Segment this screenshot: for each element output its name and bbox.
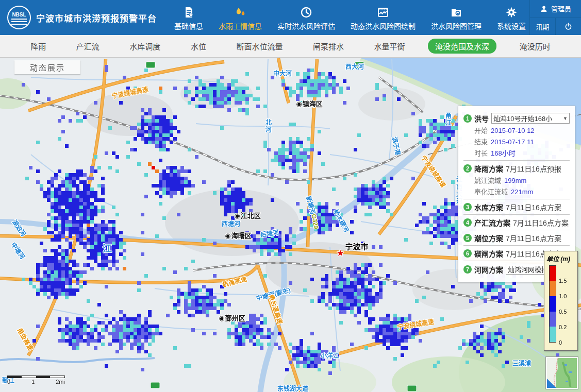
user-box: 管理员 汛期: [529, 0, 581, 35]
user-menu[interactable]: 管理员: [530, 0, 581, 18]
map-label-district: ◉海曙区: [225, 230, 251, 240]
legend-colorbar: [549, 265, 556, 343]
section-label: 水库方案: [474, 202, 503, 212]
panel-section-洪号: 1洪号灿鸿10号开始168小▼开始2015-07-10 12结束2015-07-…: [463, 110, 570, 160]
tab-3[interactable]: 水库调度: [122, 39, 168, 54]
nav-item-label: 动态洪水风险图绘制: [351, 21, 416, 31]
tab-7[interactable]: 水量平衡: [367, 39, 412, 54]
panel-section-水库方案: 3水库方案7月11日16点方案: [463, 199, 570, 214]
panel-detail-row: 姚江流域199mm: [474, 175, 570, 185]
legend-tick-0: 0: [559, 339, 562, 346]
nav-item-3[interactable]: 实时洪水风险评估: [277, 6, 335, 31]
legend-title: 单位 (m): [546, 254, 575, 263]
brand: NBSL 宁波市城市洪涝预报预警平台: [0, 0, 157, 35]
map-label-river: 西大河: [345, 62, 364, 71]
logo-waves-icon: [11, 19, 27, 25]
season-mode-button[interactable]: 汛期: [530, 18, 555, 36]
mode-row: 汛期: [530, 18, 581, 36]
city-star-marker: ★: [336, 248, 344, 259]
map-area[interactable]: 动态展示 1洪号灿鸿10号开始168小▼开始2015-07-10 12结束201…: [0, 58, 581, 392]
folder-lock-icon: [450, 6, 462, 19]
section-label: 河网方案: [474, 264, 503, 275]
map-label-river: 小洋江: [321, 351, 339, 360]
tab-6[interactable]: 闸泵排水: [306, 39, 351, 54]
district-marker-icon: ◉: [234, 212, 240, 219]
user-name: 管理员: [551, 4, 571, 13]
main-nav: 基础信息水雨工情信息实时洪水风险评估动态洪水风险图绘制洪水风险图管理系统设置: [174, 0, 529, 35]
clock-icon: [300, 6, 312, 19]
section-label: 洪号: [474, 113, 489, 124]
legend-segment: [550, 312, 556, 327]
map-label-river-vert: 甬江: [444, 112, 453, 127]
nav-item-5[interactable]: 洪水风险图管理: [431, 6, 482, 31]
tab-4[interactable]: 水位: [184, 39, 213, 54]
power-icon: [564, 22, 573, 31]
map-label-river: 三溪浦: [512, 359, 531, 367]
step-badge: 2: [463, 164, 472, 173]
nav-item-1[interactable]: 基础信息: [174, 6, 203, 31]
top-header: NBSL 宁波市城市洪涝预报预警平台 基础信息水雨工情信息实时洪水风险评估动态洪…: [0, 0, 581, 35]
legend-tick-0.2: 0.2: [559, 324, 567, 330]
legend-tick-1.5: 1.5: [559, 278, 567, 284]
panel-section-降雨方案: 2降雨方案7月11日16点预报姚江流域199mm奉化江流域221mm: [463, 160, 570, 199]
step-badge: 3: [463, 203, 472, 211]
panel-detail-row: 奉化江流域221mm: [474, 186, 570, 196]
depth-legend: 单位 (m) 1.51.00.50.20: [544, 251, 578, 351]
map-label-river: 东钱湖大道: [277, 384, 308, 392]
panel-section-产汇流方案: 4产汇流方案7月11日16点方案: [463, 214, 570, 230]
nav-item-4[interactable]: 动态洪水风险图绘制: [351, 6, 416, 31]
logout-button[interactable]: [555, 18, 581, 36]
chart-icon: [377, 6, 389, 19]
scale-label-2: 2mi: [56, 379, 65, 385]
step-badge: 4: [463, 218, 472, 227]
section-label: 潮位方案: [474, 233, 503, 243]
map-label-city: 宁波市: [345, 241, 368, 251]
tab-8[interactable]: 淹没范围及水深: [428, 39, 496, 54]
legend-segment: [550, 266, 556, 281]
section-value: 7月11日16点方案: [506, 202, 561, 212]
overview-minimap[interactable]: [546, 357, 578, 389]
nav-item-6[interactable]: 系统设置: [497, 6, 526, 31]
tab-2[interactable]: 产汇流: [69, 39, 107, 54]
section-value: 7月11日16点预报: [506, 163, 561, 174]
sub-nav: 降雨产汇流水库调度水位断面水位流量闸泵排水水量平衡淹没范围及水深淹没历时: [0, 35, 581, 58]
section-select[interactable]: 灿鸿10号开始168小▼: [491, 113, 570, 124]
section-label: 降雨方案: [474, 163, 503, 174]
panel-detail-row: 时长168小时: [474, 148, 570, 158]
nav-item-label: 实时洪水风险评估: [277, 21, 335, 31]
drops-icon: [234, 6, 246, 19]
map-scalebar: 0 1 2mi: [7, 376, 65, 385]
tab-5[interactable]: 断面水位流量: [229, 39, 290, 54]
scalebar-line: [7, 376, 65, 378]
legend-segment: [550, 327, 556, 342]
section-label: 产汇流方案: [474, 217, 510, 228]
legend-segment: [550, 281, 556, 297]
district-marker-icon: ◉: [225, 232, 230, 240]
doc-icon: [182, 6, 195, 19]
nav-item-label: 系统设置: [497, 21, 526, 31]
legend-tick-1.0: 1.0: [559, 293, 567, 299]
app-window: NBSL 宁波市城市洪涝预报预警平台 基础信息水雨工情信息实时洪水风险评估动态洪…: [0, 0, 581, 392]
map-label-river-big: 江: [103, 241, 112, 254]
minimap-toggle-icon[interactable]: [547, 379, 556, 388]
nav-item-2[interactable]: 水雨工情信息: [219, 6, 262, 31]
dynamic-display-button[interactable]: 动态展示: [14, 60, 80, 74]
section-value: 7月11日16点方案: [513, 217, 569, 228]
panel-section-潮位方案: 5潮位方案7月11日16点方案: [463, 230, 570, 245]
map-label-river: 中大河: [273, 69, 292, 77]
district-marker-icon: ◉: [219, 314, 224, 322]
panel-detail-row: 结束2015-07-17 11: [474, 137, 570, 146]
step-badge: 7: [463, 265, 472, 274]
tab-1[interactable]: 降雨: [23, 39, 53, 54]
legend-segment: [550, 296, 556, 312]
tab-9[interactable]: 淹没历时: [512, 39, 558, 54]
map-label-district: ◉镇海区: [296, 98, 322, 108]
logo-text: NBSL: [12, 12, 26, 18]
nav-item-label: 水雨工情信息: [219, 21, 262, 31]
nav-item-label: 基础信息: [174, 21, 203, 31]
section-value: 7月11日16点方案: [506, 233, 561, 243]
district-marker-icon: ◉: [296, 100, 302, 108]
step-badge: 5: [463, 234, 472, 242]
app-title: 宁波市城市洪涝预报预警平台: [36, 11, 157, 24]
map-label-district: ◉鄞州区: [219, 313, 245, 322]
